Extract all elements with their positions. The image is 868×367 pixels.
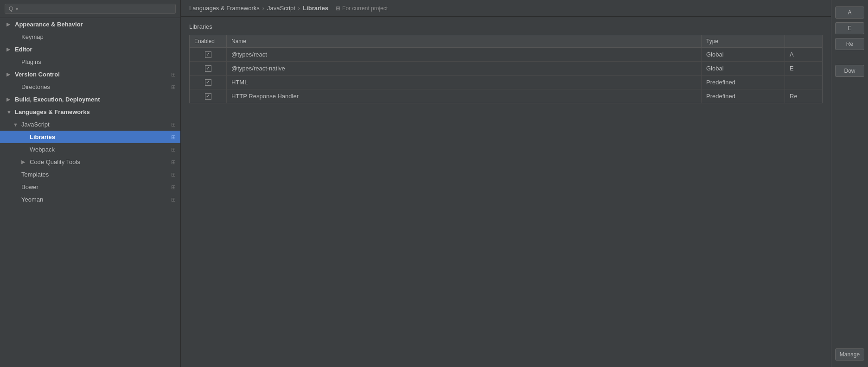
project-icon: ⊞ — [336, 5, 340, 12]
content-area: Libraries Enabled Name Type — [181, 17, 831, 367]
sidebar-item-bower[interactable]: Bower ⊞ — [0, 181, 180, 193]
col-header-type: Type — [702, 35, 785, 47]
chevron-down-icon: ▼ — [6, 109, 12, 115]
cell-extra-2: E — [785, 62, 822, 75]
library-type: Global — [706, 51, 724, 58]
search-bar: Q ▾ — [0, 0, 180, 18]
section-title: Libraries — [189, 23, 823, 30]
library-extra: A — [790, 51, 794, 58]
sidebar-item-label: Yeoman — [21, 196, 168, 203]
cell-enabled-2[interactable] — [190, 62, 227, 75]
file-icon: ⊞ — [171, 184, 176, 190]
cell-name-3: HTML — [227, 76, 702, 89]
chevron-right-icon: ▶ — [6, 96, 12, 102]
breadcrumb-sep-2: › — [298, 5, 300, 12]
chevron-right-icon: ▶ — [21, 159, 27, 165]
sidebar-item-code-quality[interactable]: ▶ Code Quality Tools ⊞ — [0, 156, 180, 168]
cell-name-2: @types/react-native — [227, 62, 702, 75]
manage-button[interactable]: Manage — [835, 348, 864, 361]
breadcrumb: Languages & Frameworks › JavaScript › Li… — [181, 0, 831, 17]
sidebar-item-version-control[interactable]: ▶ Version Control ⊞ — [0, 68, 180, 81]
cell-extra-1: A — [785, 48, 822, 61]
col-header-name-label: Name — [231, 38, 246, 44]
search-dropdown-icon: ▾ — [16, 6, 18, 12]
sidebar-item-label: Bower — [21, 184, 168, 190]
file-icon: ⊞ — [171, 84, 176, 90]
checkbox-2[interactable] — [205, 65, 211, 72]
file-icon: ⊞ — [171, 71, 176, 78]
sidebar-item-label: Languages & Frameworks — [15, 108, 176, 115]
table-row: HTML Predefined — [190, 76, 822, 89]
sidebar-item-build[interactable]: ▶ Build, Execution, Deployment — [0, 93, 180, 106]
sidebar-item-label: Templates — [21, 171, 168, 178]
chevron-down-icon: ▼ — [13, 122, 19, 127]
sidebar-item-plugins[interactable]: Plugins — [0, 56, 180, 68]
sidebar-item-editor[interactable]: ▶ Editor — [0, 43, 180, 56]
table-row: @types/react-native Global E — [190, 62, 822, 76]
checkbox-1[interactable] — [205, 51, 211, 58]
sidebar-item-label: Build, Execution, Deployment — [15, 96, 176, 103]
library-name: @types/react-native — [231, 65, 285, 72]
cell-name-4: HTTP Response Handler — [227, 89, 702, 103]
sidebar-item-languages[interactable]: ▼ Languages & Frameworks — [0, 106, 180, 118]
add-button[interactable]: A — [835, 6, 864, 19]
sidebar-item-libraries[interactable]: Libraries ⊞ — [0, 131, 180, 143]
col-header-name: Name — [227, 35, 702, 47]
sidebar-item-templates[interactable]: Templates ⊞ — [0, 168, 180, 181]
chevron-right-icon: ▶ — [6, 71, 12, 77]
cell-type-1: Global — [702, 48, 785, 61]
col-header-enabled-label: Enabled — [194, 38, 215, 44]
sidebar-item-label: Version Control — [15, 71, 168, 78]
sidebar-item-label: Appearance & Behavior — [15, 21, 176, 28]
col-header-type-label: Type — [706, 38, 718, 44]
cell-enabled-1[interactable] — [190, 48, 227, 61]
library-name: @types/react — [231, 51, 267, 58]
library-name: HTTP Response Handler — [231, 93, 299, 100]
file-icon: ⊞ — [171, 196, 176, 203]
cell-type-3: Predefined — [702, 76, 785, 89]
sidebar-item-label: JavaScript — [21, 121, 168, 128]
sidebar-item-label: Plugins — [21, 58, 176, 65]
file-icon: ⊞ — [171, 159, 176, 165]
download-button[interactable]: Dow — [835, 65, 864, 77]
sidebar-item-label: Webpack — [30, 146, 168, 153]
col-header-enabled: Enabled — [190, 35, 227, 47]
library-type: Predefined — [706, 79, 735, 86]
sidebar-item-yeoman[interactable]: Yeoman ⊞ — [0, 193, 180, 206]
edit-button[interactable]: E — [835, 22, 864, 34]
library-extra: E — [790, 65, 794, 72]
main-content: Languages & Frameworks › JavaScript › Li… — [181, 0, 831, 367]
sidebar: Q ▾ ▶ Appearance & Behavior Keymap ▶ Edi… — [0, 0, 181, 367]
sidebar-item-label: Keymap — [21, 33, 176, 40]
sidebar-item-directories[interactable]: Directories ⊞ — [0, 81, 180, 93]
chevron-right-icon: ▶ — [6, 21, 12, 27]
sidebar-item-label: Directories — [21, 83, 168, 90]
breadcrumb-sep-1: › — [262, 5, 264, 12]
cell-enabled-4[interactable] — [190, 89, 227, 103]
cell-type-2: Global — [702, 62, 785, 75]
sidebar-item-appearance[interactable]: ▶ Appearance & Behavior — [0, 18, 180, 31]
sidebar-item-label: Libraries — [30, 133, 168, 140]
table-row: HTTP Response Handler Predefined Re — [190, 89, 822, 103]
chevron-right-icon: ▶ — [6, 46, 12, 52]
sidebar-item-label: Code Quality Tools — [30, 158, 168, 165]
file-icon: ⊞ — [171, 134, 176, 140]
checkbox-4[interactable] — [205, 93, 211, 100]
file-icon: ⊞ — [171, 121, 176, 128]
library-type: Global — [706, 65, 724, 72]
project-label: For current project — [342, 5, 388, 12]
sidebar-item-javascript[interactable]: ▼ JavaScript ⊞ — [0, 118, 180, 131]
cell-enabled-3[interactable] — [190, 76, 227, 89]
library-name: HTML — [231, 79, 248, 86]
cell-extra-4: Re — [785, 89, 822, 103]
sidebar-item-keymap[interactable]: Keymap — [0, 31, 180, 43]
remove-button[interactable]: Re — [835, 38, 864, 50]
table-row: @types/react Global A — [190, 48, 822, 62]
table-header: Enabled Name Type — [190, 35, 822, 48]
checkbox-3[interactable] — [205, 79, 211, 86]
cell-extra-3 — [785, 76, 822, 89]
cell-name-1: @types/react — [227, 48, 702, 61]
search-input-wrap[interactable]: Q ▾ — [5, 4, 176, 14]
sidebar-item-webpack[interactable]: Webpack ⊞ — [0, 143, 180, 156]
file-icon: ⊞ — [171, 171, 176, 178]
